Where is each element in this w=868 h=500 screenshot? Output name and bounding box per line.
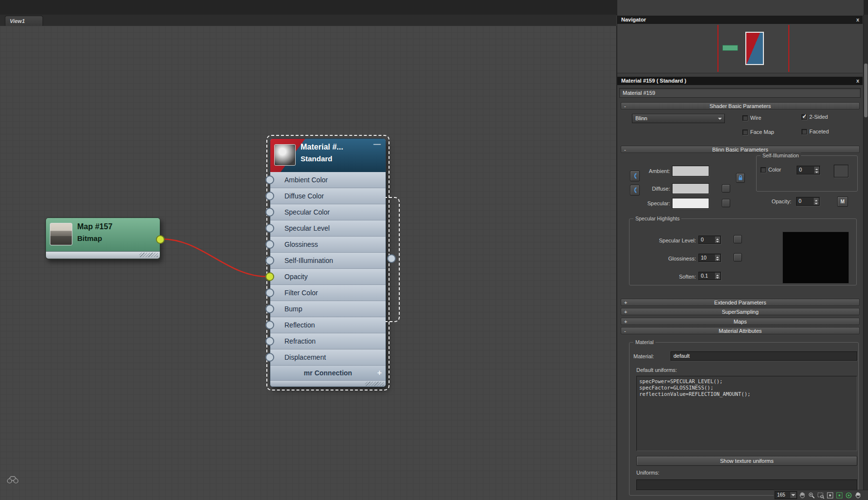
rollout-blinn-basic-parameters[interactable]: - Blinn Basic Parameters: [621, 146, 860, 153]
zoom-extents-all-icon[interactable]: [835, 491, 844, 500]
scrollbar-thumb[interactable]: [864, 64, 868, 117]
input-socket[interactable]: [265, 288, 274, 297]
rollout-extended-parameters[interactable]: + Extended Parameters: [621, 299, 860, 306]
default-uniforms-textarea[interactable]: specPower=SPECULAR_LEVEL(); specFactor=G…: [636, 376, 857, 451]
chevron-down-icon[interactable]: [790, 492, 796, 498]
slot-row-self-illumination[interactable]: Self-Illumination: [270, 253, 386, 269]
input-socket[interactable]: [265, 175, 274, 184]
slot-row-refraction[interactable]: Refraction: [270, 333, 386, 349]
uniforms-field[interactable]: [636, 479, 857, 490]
specular-color-swatch[interactable]: [672, 198, 709, 209]
slot-label: Filter Color: [284, 289, 318, 297]
opacity-map-button[interactable]: M: [837, 196, 848, 207]
slot-row-diffuse-color[interactable]: Diffuse Color: [270, 188, 386, 204]
pan-view-icon[interactable]: [854, 491, 862, 500]
shader-type-dropdown[interactable]: Blinn: [632, 114, 725, 123]
slot-row-displacement[interactable]: Displacement: [270, 349, 386, 366]
rollout-shader-basic-parameters[interactable]: - Shader Basic Parameters: [621, 102, 860, 109]
glossiness-map-button[interactable]: [734, 253, 742, 261]
find-icon[interactable]: [7, 476, 19, 486]
input-socket[interactable]: [265, 337, 274, 346]
map-node-header[interactable]: Map #157 Bitmap: [46, 218, 160, 251]
output-socket[interactable]: [156, 235, 165, 244]
self-illumination-spinner[interactable]: 0: [797, 166, 820, 174]
rollout-title: Material Attributes: [718, 328, 761, 334]
diffuse-map-button[interactable]: [722, 184, 730, 193]
self-illumination-swatch[interactable]: [834, 165, 848, 177]
chevron-down-icon[interactable]: [716, 116, 723, 122]
zoom-level-dropdown[interactable]: 165: [775, 491, 797, 499]
face-map-checkbox[interactable]: Face Map: [742, 129, 774, 135]
soften-spinner[interactable]: 0.1: [698, 272, 721, 280]
material-name-field[interactable]: Material #159: [619, 88, 861, 98]
resize-grip-icon[interactable]: [139, 253, 158, 257]
input-socket[interactable]: [265, 192, 274, 200]
input-socket[interactable]: [265, 304, 274, 313]
pan-hand-icon[interactable]: [798, 491, 806, 500]
material-node-header[interactable]: Material #... Standard —: [270, 139, 386, 172]
panel-scrollbar[interactable]: [863, 15, 868, 500]
navigator-minimap[interactable]: [617, 24, 863, 73]
glossiness-spinner[interactable]: 10: [698, 254, 721, 262]
slot-label: Displacement: [284, 353, 326, 361]
input-socket-connected[interactable]: [265, 272, 274, 281]
zoom-extents-icon[interactable]: [826, 491, 834, 500]
minimap-material-node[interactable]: [745, 32, 764, 65]
resize-grip-icon[interactable]: [365, 382, 384, 386]
spinner-arrows-icon[interactable]: [715, 273, 720, 279]
slot-row-specular-color[interactable]: Specular Color: [270, 204, 386, 220]
slot-row-opacity[interactable]: Opacity: [270, 269, 386, 285]
collapse-node-icon[interactable]: —: [373, 140, 381, 148]
rollout-supersampling[interactable]: + SuperSampling: [621, 308, 860, 315]
material-panel-header[interactable]: Material #159 ( Standard ) x: [617, 77, 863, 85]
checkbox-label: Color: [768, 167, 781, 173]
specular-level-spinner[interactable]: 0: [698, 236, 721, 244]
slot-row-glossiness[interactable]: Glossiness: [270, 237, 386, 253]
zoom-extents-selected-icon[interactable]: [845, 491, 853, 500]
slot-row-reflection[interactable]: Reflection: [270, 317, 386, 333]
input-socket[interactable]: [265, 240, 274, 249]
zoom-region-icon[interactable]: [817, 491, 825, 500]
input-socket[interactable]: [265, 224, 274, 233]
spinner-arrows-icon[interactable]: [814, 167, 819, 174]
slot-row-filter-color[interactable]: Filter Color: [270, 285, 386, 301]
expand-connection-icon[interactable]: +: [377, 366, 382, 380]
faceted-checkbox[interactable]: Faceted: [802, 129, 829, 134]
minimap-map-node[interactable]: [722, 45, 738, 51]
navigator-header[interactable]: Navigator x: [617, 16, 863, 24]
self-illumination-color-checkbox[interactable]: Color: [760, 167, 781, 173]
slot-label: Opacity: [284, 273, 307, 281]
spinner-arrows-icon[interactable]: [715, 237, 720, 243]
zoom-level-value: 165: [777, 492, 785, 498]
material-value-field[interactable]: default: [671, 351, 857, 361]
node-map-157[interactable]: Map #157 Bitmap: [45, 217, 160, 260]
tab-view1[interactable]: View1: [5, 16, 43, 26]
zoom-tool-icon[interactable]: [807, 491, 816, 500]
ambient-color-swatch[interactable]: [672, 166, 709, 176]
rollout-maps[interactable]: + Maps: [621, 318, 860, 325]
close-icon[interactable]: x: [856, 77, 859, 85]
material-output-socket[interactable]: [387, 254, 396, 263]
rollout-material-attributes[interactable]: - Material Attributes: [621, 327, 860, 334]
wire-checkbox[interactable]: Wire: [742, 115, 761, 121]
input-socket[interactable]: [265, 321, 274, 329]
close-icon[interactable]: x: [856, 16, 859, 24]
spinner-arrows-icon[interactable]: [814, 198, 819, 205]
specular-map-button[interactable]: [722, 199, 730, 207]
diffuse-color-swatch[interactable]: [672, 183, 709, 194]
spinner-arrows-icon[interactable]: [715, 255, 720, 261]
opacity-spinner[interactable]: 0: [796, 197, 820, 206]
lock-button[interactable]: [736, 173, 745, 183]
input-socket[interactable]: [265, 208, 274, 217]
input-socket[interactable]: [265, 353, 274, 362]
slot-row-ambient-color[interactable]: Ambient Color: [270, 172, 386, 188]
slot-row-mr-connection[interactable]: mr Connection +: [270, 366, 386, 381]
show-texture-uniforms-button[interactable]: Show texture uniforms: [636, 456, 857, 466]
node-graph-canvas[interactable]: Map #157 Bitmap Material #... Standard —: [0, 26, 617, 500]
two-sided-checkbox[interactable]: ✓ 2-Sided: [802, 114, 828, 120]
slot-row-specular-level[interactable]: Specular Level: [270, 220, 386, 237]
specular-level-map-button[interactable]: [734, 235, 742, 243]
slot-row-bump[interactable]: Bump: [270, 301, 386, 317]
input-socket[interactable]: [265, 256, 274, 265]
node-material-159[interactable]: Material #... Standard — Ambient Color D…: [270, 138, 386, 387]
